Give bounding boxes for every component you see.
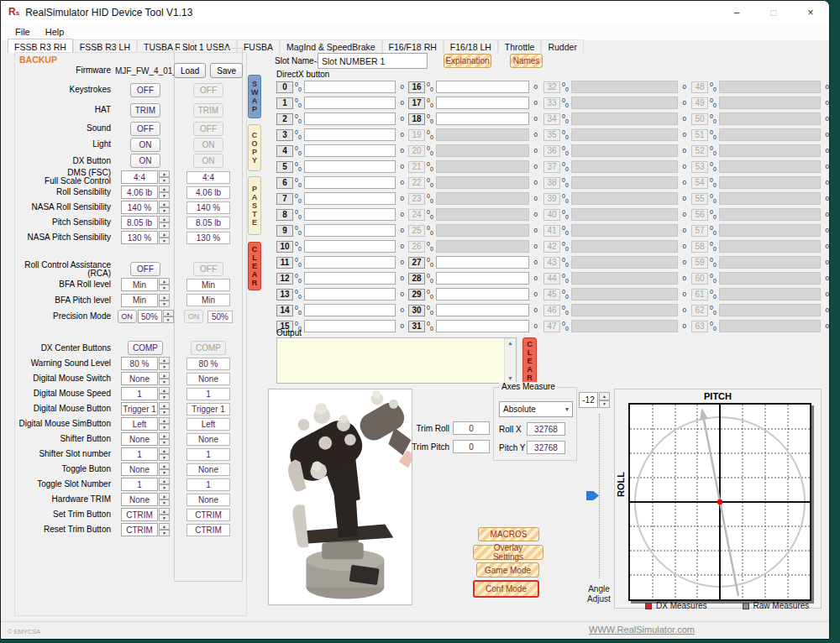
spin-down-icon[interactable]: ▼ bbox=[599, 400, 610, 409]
output-textarea[interactable]: ▲ ▼ bbox=[276, 337, 517, 384]
dx-button-31[interactable]: 31 bbox=[408, 321, 425, 332]
roll-control-assistance-rca-toggle[interactable]: OFF bbox=[130, 262, 160, 276]
spin-down-icon[interactable]: ▼ bbox=[159, 424, 170, 431]
scroll-down-icon[interactable]: ▼ bbox=[507, 375, 513, 381]
dx-button-10[interactable]: 10 bbox=[276, 241, 293, 253]
spin-up-icon[interactable]: ▲ bbox=[159, 231, 170, 238]
dx-button-7[interactable]: 7 bbox=[276, 193, 293, 205]
dx-assignment-18[interactable] bbox=[436, 112, 529, 125]
dx-assignment-8[interactable] bbox=[304, 208, 396, 221]
spin-down-icon[interactable]: ▼ bbox=[159, 499, 170, 506]
dx-assignment-1[interactable] bbox=[304, 97, 396, 109]
dx-button-2[interactable]: 2 bbox=[276, 113, 293, 125]
spin-down-icon[interactable]: ▼ bbox=[159, 454, 170, 461]
spinner-value[interactable]: 1 bbox=[121, 387, 158, 400]
dx-assignment-2[interactable] bbox=[304, 112, 396, 125]
spin-down-icon[interactable]: ▼ bbox=[159, 515, 170, 521]
angle-slider-thumb[interactable] bbox=[586, 491, 599, 500]
light-toggle[interactable]: ON bbox=[130, 138, 160, 152]
spin-up-icon[interactable]: ▲ bbox=[159, 508, 170, 515]
dx-button-18[interactable]: 18 bbox=[408, 113, 425, 125]
paste-button[interactable]: PASTE bbox=[248, 176, 261, 235]
dx-button-17[interactable]: 17 bbox=[408, 97, 425, 109]
clear-slot-button[interactable]: CLEAR bbox=[248, 242, 261, 290]
spin-down-icon[interactable]: ▼ bbox=[159, 394, 170, 400]
overlay-settings-button[interactable]: Overlay Settings bbox=[473, 545, 543, 560]
spinner-value[interactable]: 130 % bbox=[121, 231, 158, 244]
load-button[interactable]: Load bbox=[174, 63, 206, 78]
axes-measure-select[interactable]: Absolute ▾ bbox=[499, 401, 573, 417]
spin-up-icon[interactable]: ▲ bbox=[159, 432, 170, 439]
spinner-value[interactable]: 140 % bbox=[121, 201, 158, 214]
conf-mode-button[interactable]: Conf Mode bbox=[473, 580, 539, 598]
dx-button-6[interactable]: 6 bbox=[276, 177, 293, 189]
spinner-value[interactable]: None bbox=[121, 432, 158, 446]
dx-button-30[interactable]: 30 bbox=[408, 305, 425, 316]
dx-button-5[interactable]: 5 bbox=[276, 161, 293, 173]
spin-up-icon[interactable]: ▲ bbox=[159, 417, 170, 424]
spin-down-icon[interactable]: ▼ bbox=[159, 207, 170, 214]
dx-button-28[interactable]: 28 bbox=[408, 273, 425, 285]
game-mode-button[interactable]: Game Mode bbox=[476, 562, 539, 578]
spinner-value[interactable]: 4:4 bbox=[121, 170, 158, 184]
dx-button-4[interactable]: 4 bbox=[276, 145, 293, 157]
spin-up-icon[interactable]: ▲ bbox=[159, 372, 170, 379]
spin-up-icon[interactable]: ▲ bbox=[159, 402, 170, 409]
dx-button-9[interactable]: 9 bbox=[276, 225, 293, 237]
dx-assignment-29[interactable] bbox=[436, 288, 529, 301]
tab-magind-speedbrake[interactable]: MagInd & SpeedBrake bbox=[280, 39, 382, 53]
dx-assignment-16[interactable] bbox=[436, 81, 529, 93]
macros-button[interactable]: MACROS bbox=[478, 527, 539, 541]
tab-fssb-r3-lh[interactable]: FSSB R3 LH bbox=[73, 39, 137, 53]
minimize-button[interactable]: – bbox=[718, 1, 755, 24]
dx-assignment-6[interactable] bbox=[304, 176, 396, 189]
menu-file[interactable]: File bbox=[8, 26, 38, 38]
dx-button-1[interactable]: 1 bbox=[276, 97, 293, 109]
swap-button[interactable]: SWAP bbox=[248, 75, 261, 118]
spinner-value[interactable]: 8.05 lb bbox=[121, 216, 158, 229]
close-button[interactable]: × bbox=[792, 1, 829, 24]
spinner-value[interactable]: 4.06 lb bbox=[121, 186, 158, 199]
dx-button-13[interactable]: 13 bbox=[276, 289, 293, 301]
dx-assignment-30[interactable] bbox=[436, 304, 529, 316]
spin-up-icon[interactable]: ▲ bbox=[163, 310, 174, 316]
copy-button[interactable]: COPY bbox=[248, 124, 261, 171]
spin-up-icon[interactable]: ▲ bbox=[159, 493, 170, 499]
dx-assignment-27[interactable] bbox=[436, 256, 529, 269]
spin-up-icon[interactable]: ▲ bbox=[159, 447, 170, 454]
spinner-value[interactable]: CTRIM bbox=[121, 508, 158, 521]
tab-fusba[interactable]: FUSBA bbox=[237, 39, 280, 53]
precision-mode-toggle[interactable]: ON bbox=[118, 310, 137, 323]
dx-center-buttons-toggle[interactable]: COMP bbox=[128, 341, 163, 355]
dx-button-27[interactable]: 27 bbox=[408, 257, 425, 269]
dx-button-3[interactable]: 3 bbox=[276, 129, 293, 141]
dx-button-12[interactable]: 12 bbox=[276, 273, 293, 285]
dx-button-toggle[interactable]: ON bbox=[130, 154, 160, 168]
spinner-value[interactable]: 1 bbox=[121, 478, 158, 491]
spinner-value[interactable]: 50% bbox=[138, 310, 162, 323]
spin-up-icon[interactable]: ▲ bbox=[159, 186, 170, 192]
spin-down-icon[interactable]: ▼ bbox=[159, 379, 170, 385]
hat-toggle[interactable]: TRIM bbox=[130, 103, 160, 118]
spin-down-icon[interactable]: ▼ bbox=[159, 530, 170, 536]
spin-down-icon[interactable]: ▼ bbox=[159, 192, 170, 199]
menu-help[interactable]: Help bbox=[38, 26, 72, 38]
dx-button-8[interactable]: 8 bbox=[276, 209, 293, 221]
dx-assignment-28[interactable] bbox=[436, 272, 529, 285]
dx-assignment-7[interactable] bbox=[304, 192, 396, 205]
spinner-value[interactable]: 1 bbox=[121, 447, 158, 461]
spinner-value[interactable]: None bbox=[121, 493, 158, 506]
dx-assignment-0[interactable] bbox=[304, 81, 396, 93]
spinner-value[interactable]: Left bbox=[121, 417, 158, 431]
spin-down-icon[interactable]: ▼ bbox=[159, 301, 170, 307]
trim-roll-value[interactable]: 0 bbox=[453, 421, 490, 435]
spin-up-icon[interactable]: ▲ bbox=[159, 523, 170, 530]
dx-assignment-5[interactable] bbox=[304, 160, 396, 173]
dx-assignment-10[interactable] bbox=[304, 240, 396, 253]
dx-assignment-12[interactable] bbox=[304, 272, 396, 285]
spin-down-icon[interactable]: ▼ bbox=[159, 484, 170, 491]
spin-down-icon[interactable]: ▼ bbox=[159, 469, 170, 476]
tab-throttle[interactable]: Throttle bbox=[498, 39, 542, 53]
spin-up-icon[interactable]: ▲ bbox=[159, 463, 170, 469]
dx-assignment-11[interactable] bbox=[304, 256, 396, 269]
